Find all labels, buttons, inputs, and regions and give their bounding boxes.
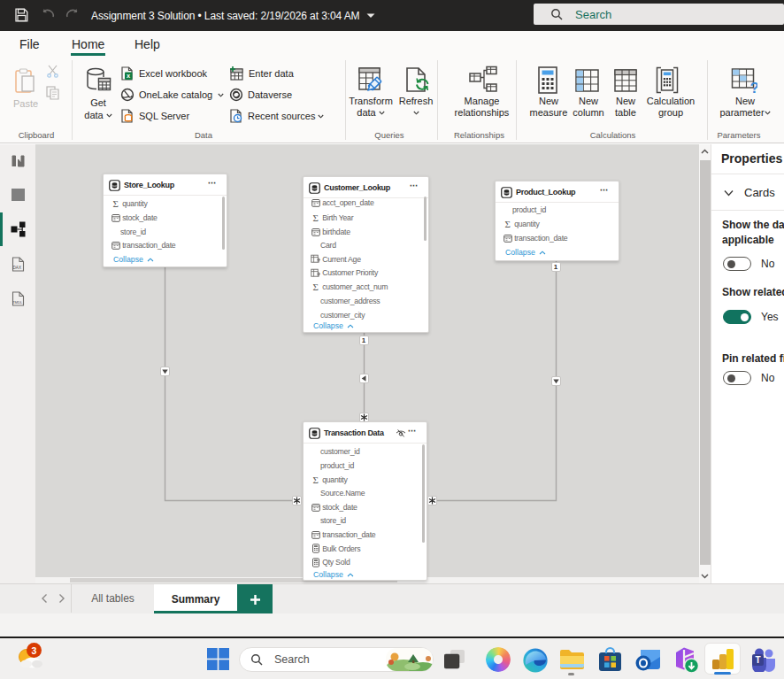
svg-text:TMDL: TMDL <box>12 300 23 305</box>
svg-text:?: ? <box>750 80 758 94</box>
svg-text:T: T <box>755 655 760 665</box>
svg-text:DAX: DAX <box>13 266 21 270</box>
